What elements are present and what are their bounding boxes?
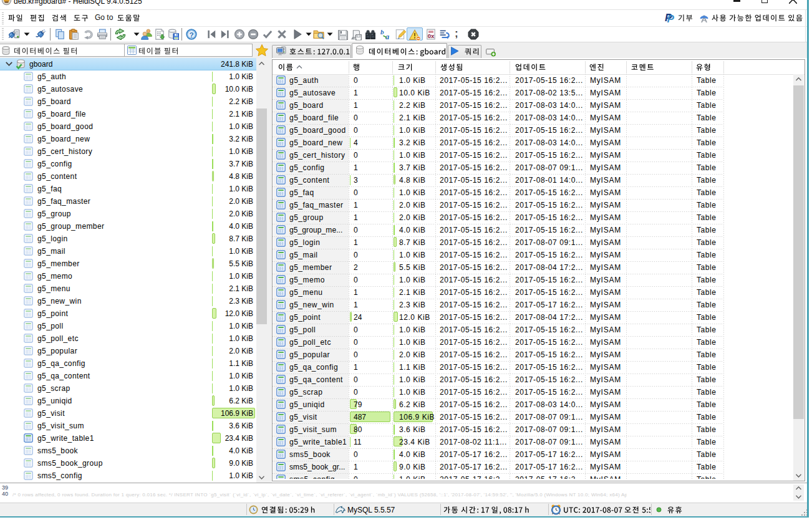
- svg-text:b: b: [380, 29, 384, 36]
- svg-text:a: a: [385, 32, 389, 40]
- svg-text:P: P: [667, 13, 675, 23]
- svg-text:0x: 0x: [428, 32, 435, 39]
- svg-text:?: ?: [189, 31, 193, 39]
